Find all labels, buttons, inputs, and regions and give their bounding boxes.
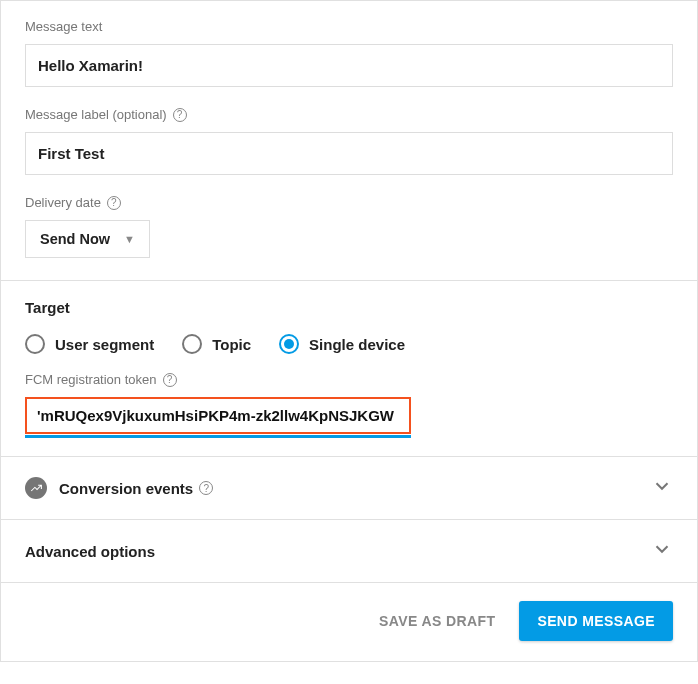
help-icon[interactable]: ? <box>163 373 177 387</box>
delivery-date-select[interactable]: Send Now ▼ <box>25 220 150 258</box>
radio-label: Topic <box>212 336 251 353</box>
conversion-events-accordion[interactable]: Conversion events ? <box>1 456 697 519</box>
message-label-label: Message label (optional) ? <box>25 107 673 122</box>
radio-dot-icon <box>284 339 294 349</box>
chevron-down-icon <box>651 538 673 564</box>
message-text-label: Message text <box>25 19 673 34</box>
token-label-text: FCM registration token <box>25 372 157 387</box>
advanced-options-accordion[interactable]: Advanced options <box>1 519 697 582</box>
save-draft-button[interactable]: SAVE AS DRAFT <box>379 613 495 629</box>
radio-label: User segment <box>55 336 154 353</box>
chevron-down-icon <box>651 475 673 501</box>
delivery-date-label: Delivery date ? <box>25 195 673 210</box>
message-section: Message text Message label (optional) ? … <box>1 1 697 280</box>
compose-message-panel: Message text Message label (optional) ? … <box>0 0 698 662</box>
delivery-date-value: Send Now <box>40 231 110 247</box>
token-label: FCM registration token ? <box>25 372 673 387</box>
radio-topic[interactable]: Topic <box>182 334 251 354</box>
message-label-field: Message label (optional) ? <box>25 107 673 175</box>
fcm-token-input[interactable] <box>27 399 409 432</box>
footer-actions: SAVE AS DRAFT SEND MESSAGE <box>1 582 697 661</box>
radio-icon <box>182 334 202 354</box>
help-icon[interactable]: ? <box>199 481 213 495</box>
radio-user-segment[interactable]: User segment <box>25 334 154 354</box>
radio-icon <box>25 334 45 354</box>
trending-icon <box>25 477 47 499</box>
radio-single-device[interactable]: Single device <box>279 334 405 354</box>
radio-icon <box>279 334 299 354</box>
message-text-field: Message text <box>25 19 673 87</box>
target-section: Target User segment Topic Single device … <box>1 280 697 456</box>
help-icon[interactable]: ? <box>173 108 187 122</box>
token-highlight <box>25 397 411 434</box>
delivery-date-field: Delivery date ? Send Now ▼ <box>25 195 673 258</box>
send-message-button[interactable]: SEND MESSAGE <box>519 601 673 641</box>
message-label-text: Message label (optional) <box>25 107 167 122</box>
chevron-down-icon: ▼ <box>124 233 135 245</box>
radio-label: Single device <box>309 336 405 353</box>
delivery-date-text: Delivery date <box>25 195 101 210</box>
accordion-title: Conversion events <box>59 480 193 497</box>
target-radio-group: User segment Topic Single device <box>25 334 673 354</box>
target-heading: Target <box>25 299 673 316</box>
message-text-input[interactable] <box>25 44 673 87</box>
accordion-title: Advanced options <box>25 543 155 560</box>
help-icon[interactable]: ? <box>107 196 121 210</box>
message-label-input[interactable] <box>25 132 673 175</box>
